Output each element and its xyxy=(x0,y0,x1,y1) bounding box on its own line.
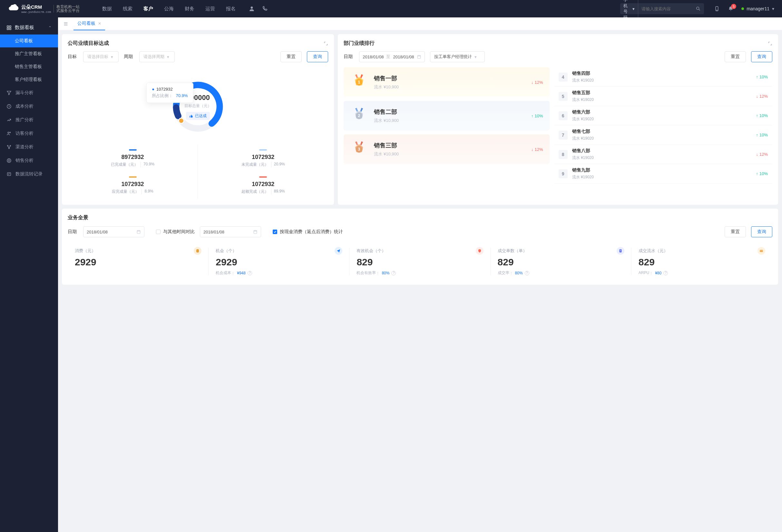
nav-leads[interactable]: 线索 xyxy=(123,6,133,12)
kpi-sub: 机会成本： ¥948 ? xyxy=(216,270,342,276)
rank-info: 销售一部 流水 ¥10,900 xyxy=(374,74,525,90)
reset-button[interactable]: 重置 xyxy=(724,51,746,62)
rank-trend-value: 10% xyxy=(759,133,768,137)
svg-rect-21 xyxy=(418,56,420,58)
rank-date-range[interactable]: 2018/01/08 至 2018/01/08 xyxy=(359,51,425,62)
legend-swatch-icon xyxy=(259,176,267,178)
period-select[interactable]: 请选择周期 ▾ xyxy=(139,51,175,62)
card-goal: 公司业绩目标达成 目标 请选择目标 ▾ 周期 xyxy=(62,34,334,205)
pano-date-label: 日期 xyxy=(68,229,77,235)
rank-row[interactable]: 5 销售五部流水 ¥19020 ↓12% xyxy=(554,87,772,106)
tab-company-board[interactable]: 公司看板 ✕ xyxy=(73,17,105,30)
rank-3[interactable]: 3 销售三部 流水 ¥10,900 ↓ 12% xyxy=(344,135,549,164)
date-to: 2018/01/08 xyxy=(393,55,414,59)
pano-cash-check[interactable]: 按现金消费（返点后消费）统计 xyxy=(273,229,343,235)
svg-point-12 xyxy=(10,145,11,146)
nav-ops[interactable]: 运营 xyxy=(205,6,215,12)
rank-row[interactable]: 7 销售七部流水 ¥19020 ↑10% xyxy=(554,126,772,145)
checkbox-unchecked-icon xyxy=(156,229,161,234)
legend-value: 1072932 xyxy=(252,154,274,161)
card-ranking-title: 部门业绩排行 xyxy=(344,40,375,47)
rank-trend: ↑10% xyxy=(756,74,768,79)
card-ranking: 部门业绩排行 日期 2018/01/08 至 2018/01/08 xyxy=(338,34,778,205)
checkbox-checked-icon xyxy=(273,229,277,234)
rank-info: 销售三部 流水 ¥10,900 xyxy=(374,142,525,157)
search-input[interactable] xyxy=(638,6,696,11)
kpi-label: 成交流水（元） xyxy=(639,248,668,254)
sidebar-item-funnel[interactable]: 漏斗分析 xyxy=(0,86,58,100)
sidebar-item-channel[interactable]: 渠道分析 xyxy=(0,140,58,154)
rank-2[interactable]: 2 销售二部 流水 ¥10,900 ↑ 10% xyxy=(344,101,549,131)
pano-date1[interactable]: 2018/01/08 xyxy=(83,226,144,237)
sidebar-item-sales[interactable]: 销售分析 xyxy=(0,154,58,167)
query-button[interactable]: 查询 xyxy=(751,226,772,237)
username-label: manager11 xyxy=(747,6,770,11)
nav-signup[interactable]: 报名 xyxy=(226,6,236,12)
svg-rect-16 xyxy=(7,173,11,175)
body: 数据看板 ⌃ 公司看板 推广主管看板 销售主管看板 客户经理看板 漏斗分析 成本… xyxy=(0,17,782,532)
rank-trend-value: 12% xyxy=(759,94,768,99)
sidebar-sub-company[interactable]: 公司看板 xyxy=(0,35,58,47)
kpi-value: 829 xyxy=(356,257,483,268)
logo-sub: 教育机构一站 式服务云平台 xyxy=(54,5,80,12)
reset-button[interactable]: 重置 xyxy=(724,226,746,237)
logo[interactable]: 云朵CRM www.yunduocrm.com 教育机构一站 式服务云平台 xyxy=(8,4,80,13)
nav-sea[interactable]: 公海 xyxy=(164,6,174,12)
help-icon[interactable]: ? xyxy=(525,271,529,275)
help-icon[interactable]: ? xyxy=(391,271,396,275)
help-icon[interactable]: ? xyxy=(248,271,252,275)
sidebar-group-dashboards[interactable]: 数据看板 ⌃ xyxy=(0,21,58,35)
expand-icon[interactable] xyxy=(768,41,772,46)
sidebar-item-cost[interactable]: 成本分析 xyxy=(0,100,58,113)
reset-button[interactable]: 重置 xyxy=(280,51,302,62)
rank-name: 销售七部 xyxy=(572,129,752,135)
rank-row[interactable]: 9 销售九部流水 ¥19020 ↑10% xyxy=(554,164,772,183)
pano-date2[interactable]: 2018/01/08 xyxy=(200,226,261,237)
tab-label: 公司看板 xyxy=(77,21,96,27)
phone-icon[interactable] xyxy=(261,5,268,12)
svg-point-13 xyxy=(9,148,10,149)
nav-data[interactable]: 数据 xyxy=(102,6,112,12)
shield-icon xyxy=(476,247,484,255)
rank-trend-value: 12% xyxy=(759,152,768,157)
target-select[interactable]: 请选择目标 ▾ xyxy=(83,51,119,62)
rank-name: 销售五部 xyxy=(572,90,752,96)
close-icon[interactable]: ✕ xyxy=(98,21,101,26)
date-from: 2018/01/08 xyxy=(363,55,384,59)
mobile-icon[interactable] xyxy=(714,5,720,12)
rank-body: 1 销售一部 流水 ¥10,900 ↓ 12% xyxy=(344,67,772,183)
sidebar-item-flow[interactable]: 数据流转记录 xyxy=(0,167,58,181)
sidebar-sub-account-mgr[interactable]: 客户经理看板 xyxy=(0,73,58,86)
query-button[interactable]: 查询 xyxy=(307,51,328,62)
sidebar-sub-sales-mgr[interactable]: 销售主管看板 xyxy=(0,60,58,73)
user-icon[interactable] xyxy=(249,5,255,12)
card-goal-title: 公司业绩目标达成 xyxy=(68,40,109,47)
rank-1[interactable]: 1 销售一部 流水 ¥10,900 ↓ 12% xyxy=(344,67,549,97)
sidebar-item-promo[interactable]: 推广分析 xyxy=(0,113,58,127)
rank-row[interactable]: 8 销售八部流水 ¥19020 ↓12% xyxy=(554,145,772,164)
help-icon[interactable]: ? xyxy=(663,271,668,275)
rank-groupby-select[interactable]: 按工单客户经理统计 ▾ xyxy=(430,51,485,62)
legend-pct: 89.9% xyxy=(271,189,285,194)
rank-row[interactable]: 4 销售四部流水 ¥19020 ↑10% xyxy=(554,67,772,87)
pano-compare-check[interactable]: 与其他时间对比 xyxy=(156,229,195,235)
nav-finance[interactable]: 财务 xyxy=(185,6,194,12)
kpi-sub: 成交率： 80% ? xyxy=(498,270,625,276)
sidebar-sub-promo-mgr[interactable]: 推广主管看板 xyxy=(0,47,58,60)
nav-customers[interactable]: 客户 xyxy=(143,6,153,12)
expand-icon[interactable] xyxy=(324,41,328,46)
logo-brand: 云朵CRM xyxy=(21,4,51,10)
dashboard-icon xyxy=(6,25,11,30)
notifications-button[interactable]: 5 xyxy=(728,6,734,11)
sidebar-item-label: 销售分析 xyxy=(15,158,34,164)
legend-pct: 20.9% xyxy=(271,162,285,167)
svg-rect-4 xyxy=(7,26,9,27)
query-button[interactable]: 查询 xyxy=(751,51,772,62)
user-menu[interactable]: manager11 ▾ xyxy=(741,6,774,11)
sidebar-item-visitor[interactable]: 访客分析 xyxy=(0,127,58,140)
sidebar-item-label: 访客分析 xyxy=(15,131,34,136)
period-label: 周期 xyxy=(124,54,133,60)
search-icon[interactable] xyxy=(696,6,701,11)
rank-row[interactable]: 6 销售六部流水 ¥19020 ↑10% xyxy=(554,106,772,126)
menu-toggle-icon[interactable] xyxy=(62,21,70,27)
